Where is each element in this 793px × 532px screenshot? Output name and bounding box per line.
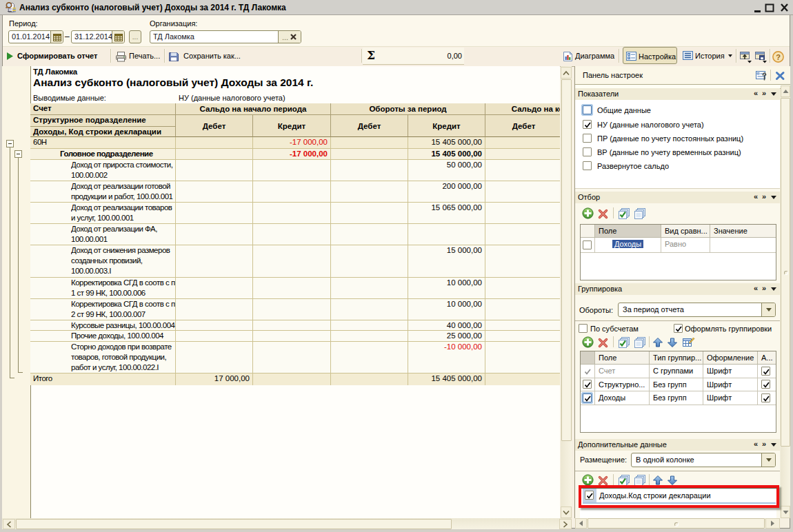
turnovers-combo-dropdown[interactable] [761, 303, 775, 316]
filter-row-field-cell[interactable]: Доходы [595, 238, 661, 253]
report-cell-k2[interactable]: 15 000,00 [408, 245, 485, 278]
report-cell-d3[interactable] [485, 149, 560, 161]
panel-scroll-down-button[interactable] [781, 506, 790, 518]
report-scroll-down-button[interactable] [561, 507, 572, 518]
report-row[interactable]: Доход от реализации ФА,100.00.001 [30, 224, 560, 245]
report-scroll-left-button[interactable] [3, 519, 15, 529]
report-cell-d2[interactable] [331, 278, 408, 299]
report-cell-d3[interactable] [485, 181, 560, 203]
report-cell-k1[interactable] [253, 299, 331, 320]
grouping-row-auto-checkbox[interactable] [761, 380, 770, 389]
organization-field[interactable]: ТД Лакомка ... [150, 30, 301, 43]
column-header-turnover-credit[interactable]: Кредит [408, 115, 485, 137]
filter-row-comparison[interactable]: Равно [661, 238, 710, 253]
panel-hscroll-thumb[interactable] [588, 518, 765, 529]
report-cell-k1[interactable] [253, 374, 331, 385]
report-cell-k1[interactable] [253, 320, 331, 331]
report-cell-account[interactable]: Корректировка СГД в соотв с п1 ст 99 НК,… [30, 278, 176, 299]
report-scroll-right-button[interactable] [559, 519, 572, 529]
panel-scroll-right-button[interactable] [765, 518, 780, 529]
report-cell-account[interactable]: Сторно доходов при возвратетоваров, гото… [30, 342, 176, 374]
section-collapse-icon[interactable] [771, 287, 776, 291]
report-cell-d3[interactable] [485, 299, 560, 320]
minimize-button[interactable] [753, 3, 762, 12]
collapse-left-icon[interactable]: « [754, 192, 758, 201]
grouping-row-format[interactable]: Шрифт [703, 391, 758, 405]
grouping-row-field[interactable]: Счет [595, 365, 650, 378]
report-cell-d2[interactable] [331, 160, 408, 181]
report-cell-d2[interactable] [331, 181, 408, 203]
grouping-col-format[interactable]: Оформление [703, 351, 758, 365]
checkbox-vr[interactable] [583, 147, 592, 156]
report-cell-k1[interactable]: -17 000,00 [253, 137, 331, 149]
report-row[interactable]: Доход от реализации готовойпродукции и р… [30, 181, 560, 203]
placement-combo[interactable]: В одной колонке [631, 453, 776, 467]
section-filter-header[interactable]: Отбор « » [575, 192, 780, 203]
report-cell-k2[interactable]: 15 065 000,00 [408, 203, 485, 224]
save-as-button[interactable]: Сохранить как... [183, 52, 241, 60]
report-cell-d3[interactable] [485, 320, 560, 331]
grouping-uncheck-all-button[interactable] [634, 336, 646, 349]
panel-scroll-up-button[interactable] [781, 85, 790, 97]
grouping-row-use-cell[interactable] [581, 378, 595, 392]
report-scroll-up-button[interactable] [561, 67, 572, 79]
report-cell-d1[interactable] [176, 331, 253, 342]
report-cell-d1[interactable] [176, 299, 253, 320]
grouping-col-type[interactable]: Тип группир... [650, 351, 703, 365]
report-cell-d1[interactable] [176, 278, 253, 299]
report-cell-k1[interactable] [253, 342, 331, 374]
collapse-right-icon[interactable]: » [762, 192, 766, 201]
additional-move-up-button[interactable] [652, 475, 663, 486]
grouping-row-type[interactable]: С группами [650, 365, 703, 378]
report-cell-k1[interactable] [253, 331, 331, 342]
grouping-row-income[interactable]: Доходы Без групп Шрифт [581, 391, 776, 405]
report-cell-d1[interactable] [176, 160, 253, 181]
grouping-row-field[interactable]: Структурно... [595, 378, 650, 392]
grouping-col-auto[interactable]: А... [758, 351, 776, 365]
report-row[interactable]: Прочие доходы, 100.00.00425 000,00 [30, 331, 560, 342]
report-cell-d2[interactable] [331, 320, 408, 331]
additional-move-down-button[interactable] [667, 475, 678, 486]
report-cell-d1[interactable] [176, 181, 253, 203]
report-cell-d1[interactable] [176, 245, 253, 278]
additional-item-checkbox[interactable] [585, 491, 594, 500]
report-row[interactable]: 60Н-17 000,0015 405 000,00 [30, 137, 560, 149]
section-collapse-icon[interactable] [771, 196, 776, 199]
report-row[interactable]: Корректировка СГД в соотв с п1 ст 99 НК,… [30, 278, 560, 299]
save-settings-button[interactable] [754, 50, 767, 63]
grouping-row-format[interactable]: Шрифт [703, 365, 758, 378]
report-cell-d1[interactable] [176, 342, 253, 374]
report-cell-k2[interactable]: 15 405 000,00 [408, 137, 485, 149]
report-cell-d2[interactable] [331, 331, 408, 342]
placement-combo-dropdown[interactable] [761, 453, 775, 467]
report-cell-account[interactable]: 60Н [30, 137, 176, 149]
print-button[interactable]: Печать... [129, 52, 160, 60]
report-row[interactable]: Итого17 000,0015 405 000,00 [30, 374, 560, 385]
grouping-row-type[interactable]: Без групп [650, 378, 703, 392]
report-row[interactable]: Сторно доходов при возвратетоваров, гото… [30, 342, 560, 374]
collapse-group-level2[interactable] [14, 150, 22, 158]
report-cell-k1[interactable] [253, 224, 331, 245]
report-cell-account[interactable]: Доход от снижения размеровсозданных пров… [30, 245, 176, 278]
report-row[interactable]: Доход от снижения размеровсозданных пров… [30, 245, 560, 278]
report-cell-account[interactable]: Головное подразделение [30, 149, 176, 161]
report-cell-d3[interactable] [485, 224, 560, 245]
chart-button[interactable]: Диаграмма [575, 52, 614, 60]
grouping-delete-button[interactable] [598, 338, 608, 348]
grouping-check-all-button[interactable] [618, 336, 630, 349]
report-row[interactable]: Доход от реализации товарови услуг, 100.… [30, 203, 560, 224]
grouping-add-button[interactable] [582, 336, 594, 348]
period-to-field[interactable]: 31.12.2014 [71, 30, 125, 43]
column-header-subdivision[interactable]: Структурное подразделение [30, 115, 176, 127]
additional-add-button[interactable] [582, 474, 594, 486]
grouping-row-use-checkbox[interactable] [583, 380, 592, 389]
grouping-row-auto-checkbox[interactable] [761, 367, 770, 376]
grouping-format-button[interactable] [682, 336, 695, 349]
report-cell-k2[interactable]: 15 405 000,00 [408, 149, 485, 161]
grouping-move-up-button[interactable] [652, 337, 663, 348]
turnovers-combo[interactable]: За период отчета [618, 303, 776, 317]
report-cell-account[interactable]: Курсовые разницы, 100.00.004 [30, 320, 176, 331]
run-report-button[interactable]: Сформировать отчет [17, 52, 97, 60]
grouping-row-auto-cell[interactable] [758, 378, 776, 392]
period-from-field[interactable]: 01.01.2014 [8, 30, 63, 43]
